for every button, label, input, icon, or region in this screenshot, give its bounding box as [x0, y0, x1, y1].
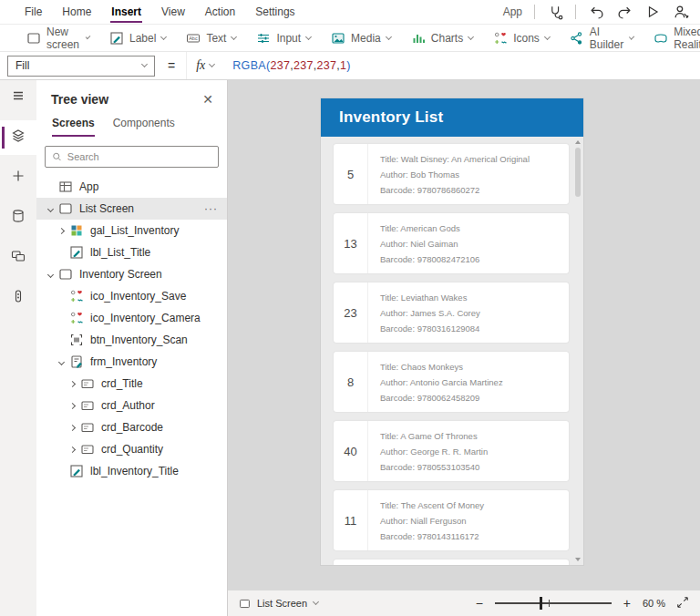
chevron-down-icon [231, 33, 237, 39]
gallery-item[interactable]: 23Title: Leviathan WakesAuthor: James S.… [334, 282, 569, 343]
media-icon [331, 31, 345, 46]
item-author: Author: James S.A. Corey [380, 306, 480, 322]
item-quantity: 11 [334, 490, 368, 550]
gallery-scrollbar[interactable] [573, 137, 582, 565]
ribbon-item-input[interactable]: Input [246, 25, 321, 51]
tree-item-label: crd_Quantity [101, 443, 163, 456]
tree-item-ico_inventory_save[interactable]: ico_Inventory_Save [36, 285, 227, 307]
redo-icon[interactable] [616, 4, 633, 20]
chevron-down-icon[interactable] [44, 207, 57, 211]
tree-item-label: crd_Barcode [101, 421, 163, 434]
app-menu-label[interactable]: App [503, 5, 522, 18]
chevron-right-icon[interactable] [55, 229, 67, 233]
rail-item-media-screens[interactable] [0, 241, 36, 275]
item-quantity: 13 [334, 213, 368, 273]
tree-item-lbl_inventory_title[interactable]: lbl_Inventory_Title [36, 460, 227, 482]
zoom-in-button[interactable]: + [621, 596, 633, 611]
menu-item-home[interactable]: Home [52, 0, 101, 24]
scroll-thumb[interactable] [575, 148, 581, 197]
tree-item-lbl_list_title[interactable]: lbl_List_Title [36, 241, 227, 263]
zoom-out-button[interactable]: − [473, 596, 486, 611]
more-options-icon[interactable]: ··· [204, 202, 221, 215]
tree-item-label: frm_Inventory [90, 355, 157, 368]
formula-input[interactable]: RGBA(237,237,237,1) [232, 59, 350, 72]
menu-item-view[interactable]: View [151, 0, 195, 24]
tree-item-list-screen[interactable]: List Screen··· [36, 198, 227, 220]
tree-item-inventory-screen[interactable]: Inventory Screen [36, 263, 227, 285]
tab-screens[interactable]: Screens [52, 117, 95, 137]
chevron-right-icon[interactable] [66, 447, 78, 452]
menu-item-action[interactable]: Action [195, 0, 245, 24]
zoom-slider[interactable] [495, 597, 612, 610]
chevron-right-icon[interactable] [66, 382, 78, 386]
zoom-slider-tick [549, 600, 551, 607]
tree-item-btn_inventory_scan[interactable]: btn_Inventory_Scan [36, 329, 227, 351]
ribbon-item-media[interactable]: Media [321, 25, 401, 51]
tab-components[interactable]: Components [113, 117, 175, 137]
charts-icon [411, 31, 426, 46]
svg-text:Abc: Abc [190, 36, 199, 41]
screen-icon [58, 267, 73, 282]
undo-icon[interactable] [588, 4, 604, 20]
gallery-item[interactable]: 11Title: The Ascent Of MoneyAuthor: Nial… [334, 490, 569, 550]
ribbon-item-label[interactable]: Label [99, 25, 176, 51]
screen-selector[interactable]: List Screen [239, 598, 318, 610]
item-barcode: Barcode: 9780082472106 [380, 252, 479, 268]
rail-item-hamburger[interactable] [0, 80, 36, 115]
chevron-right-icon[interactable] [66, 426, 78, 430]
gallery-item-partial[interactable] [334, 560, 569, 565]
tree-item-crd_title[interactable]: crd_Title [36, 373, 227, 395]
item-title: Title: A Game Of Thrones [380, 429, 488, 445]
rail-item-plus[interactable] [0, 160, 36, 195]
user-icon[interactable] [673, 4, 689, 20]
gallery-icon [69, 223, 84, 238]
scroll-down-icon[interactable] [575, 558, 581, 561]
rail-item-tree-view[interactable] [0, 120, 36, 155]
chevron-down-icon[interactable] [44, 272, 57, 277]
gallery-item[interactable]: 5Title: Walt Disney: An Americal Origina… [334, 144, 569, 204]
tree-item-crd_quantity[interactable]: crd_Quantity [36, 438, 227, 460]
label-icon [109, 31, 124, 46]
ribbon-item-icons[interactable]: Icons [483, 25, 560, 51]
ribbon-item-charts[interactable]: Charts [401, 25, 483, 51]
chevron-down-icon[interactable] [55, 360, 67, 364]
divider [534, 5, 535, 19]
rail-item-advanced-tools[interactable] [0, 281, 36, 315]
tree-item-ico_inventory_camera[interactable]: ico_Inventory_Camera [36, 307, 227, 329]
tree-item-gal_list_inventory[interactable]: gal_List_Inventory [36, 220, 227, 241]
gallery-item[interactable]: 40Title: A Game Of ThronesAuthor: George… [334, 421, 569, 481]
fx-button[interactable]: fx [186, 52, 223, 79]
play-preview-icon[interactable] [644, 4, 661, 20]
ribbon-item-mixed-reality[interactable]: Mixed Reality [643, 25, 700, 51]
ribbon-item-new-screen[interactable]: New screen [16, 25, 99, 51]
tree-search-box[interactable] [45, 146, 219, 168]
menu-item-insert[interactable]: Insert [101, 0, 151, 24]
menu-item-file[interactable]: File [15, 0, 52, 24]
label-icon [69, 464, 84, 478]
app-checker-icon[interactable] [547, 4, 563, 20]
tree-item-app[interactable]: App [36, 176, 227, 198]
design-canvas[interactable]: Inventory List 5Title: Walt Disney: An A… [228, 80, 700, 590]
zoom-slider-handle[interactable] [540, 597, 542, 610]
ribbon-item-ai-builder[interactable]: AI Builder [560, 25, 643, 51]
inventory-gallery[interactable]: 5Title: Walt Disney: An Americal Origina… [321, 137, 583, 565]
gallery-item[interactable]: 13Title: American GodsAuthor: Niel Gaima… [334, 213, 569, 273]
close-icon[interactable]: ✕ [200, 92, 216, 107]
rail-item-data[interactable] [0, 200, 36, 235]
tree-item-crd_author[interactable]: crd_Author [36, 395, 227, 416]
icons-icon [493, 31, 508, 46]
app-title-bar[interactable]: Inventory List [321, 98, 583, 137]
property-selector[interactable]: Fill [7, 56, 155, 77]
app-screen-preview[interactable]: Inventory List 5Title: Walt Disney: An A… [321, 98, 583, 565]
item-details: Title: Leviathan WakesAuthor: James S.A.… [368, 282, 484, 343]
top-right-actions: App [503, 4, 689, 20]
fullscreen-icon[interactable] [676, 596, 689, 611]
chevron-right-icon[interactable] [66, 404, 78, 408]
menu-item-settings[interactable]: Settings [245, 0, 304, 24]
scroll-up-icon[interactable] [575, 140, 581, 144]
tree-item-frm_inventory[interactable]: frm_Inventory [36, 351, 227, 373]
gallery-item[interactable]: 8Title: Chaos MonkeysAuthor: Antonio Gar… [334, 352, 569, 412]
ribbon-item-text[interactable]: AbcText [176, 25, 246, 51]
tree-item-crd_barcode[interactable]: crd_Barcode [36, 416, 227, 438]
search-input[interactable] [67, 151, 211, 162]
